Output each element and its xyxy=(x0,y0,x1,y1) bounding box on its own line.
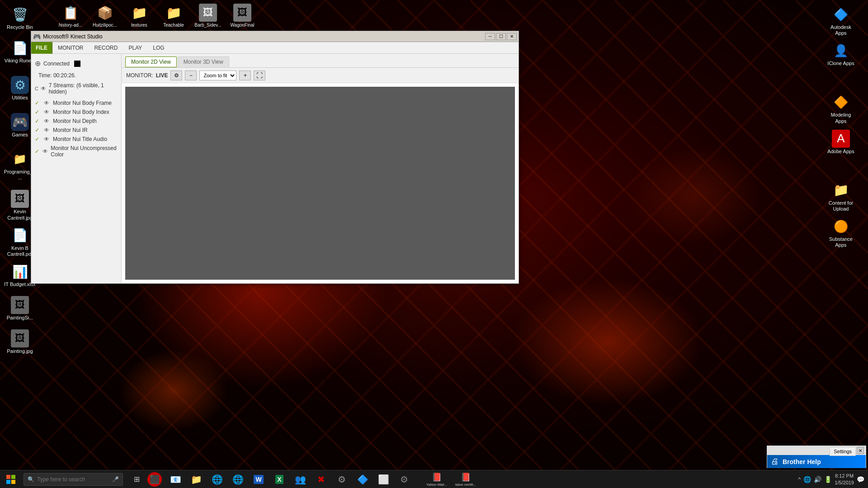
tab-2d-view[interactable]: Monitor 2D View xyxy=(125,56,177,67)
app-a-icon: 👥 xyxy=(295,474,306,485)
menu-monitor[interactable]: MONITOR xyxy=(52,42,89,54)
iclone-icon: 👤 xyxy=(832,42,850,60)
menu-play[interactable]: PLAY xyxy=(123,42,147,54)
pinned-app-c[interactable]: ⚙ xyxy=(332,470,352,488)
desktop-icon-huitzi[interactable]: 📦 Huitzilipoc... xyxy=(89,2,121,31)
stream-item-uncompressed[interactable]: ✓ 👁 Monitor Nui Uncompressed Color xyxy=(31,144,121,159)
streams-c-label: C xyxy=(35,86,38,91)
mail-icon: 📧 xyxy=(170,474,181,485)
taskbar-pinned-apps: 📧 📁 🌐 🌐 W X 👥 ✖ ⚙ xyxy=(165,470,414,488)
search-input[interactable] xyxy=(37,476,105,483)
pinned-app-d[interactable]: 🔷 xyxy=(353,470,373,488)
menu-record[interactable]: RECORD xyxy=(89,42,123,54)
volume-icon[interactable]: 🔊 xyxy=(814,476,821,483)
desktop-icon-content-upload[interactable]: 📁 Content for Upload xyxy=(823,179,859,214)
desktop-icon-textures[interactable]: 📁 textures xyxy=(123,2,156,31)
task-view-button[interactable]: ⊞ xyxy=(127,470,146,488)
brother-help-content[interactable]: 🖨 Brother Help xyxy=(767,455,866,468)
pinned-file-explorer[interactable]: 📁 xyxy=(186,470,206,488)
sensor-icon: ⊕ xyxy=(35,59,41,68)
close-button[interactable]: ✕ xyxy=(507,33,517,40)
menu-log[interactable]: LOG xyxy=(147,42,170,54)
pinned-mail[interactable]: 📧 xyxy=(165,470,185,488)
zoom-in-btn[interactable]: + xyxy=(239,70,251,80)
textures-icon: 📁 xyxy=(130,4,148,22)
taskbar-clock[interactable]: 8:12 PM 1/5/2019 xyxy=(835,473,854,486)
window-content: ⊕ Connected Time: 00:20:26. C 👁 7 Stream… xyxy=(31,54,519,283)
desktop-icon-iclone[interactable]: 👤 IClone Apps xyxy=(823,40,859,71)
tab-3d-view[interactable]: Monitor 3D View xyxy=(178,56,229,67)
games-icon: 🎮 xyxy=(11,113,29,131)
stream-item-depth[interactable]: ✓ 👁 Monitor Nui Depth xyxy=(31,117,121,126)
desktop-icon-painting-jpg[interactable]: 🖼 Painting.jpg xyxy=(2,328,38,359)
pinned-app-b[interactable]: ✖ xyxy=(311,470,331,488)
stream-item-body-index[interactable]: ✓ 👁 Monitor Nui Body Index xyxy=(31,108,121,117)
start-button[interactable] xyxy=(0,470,22,488)
action-center-icon[interactable]: 💬 xyxy=(857,476,864,483)
app-f-icon: ⚙ xyxy=(400,474,408,485)
pinned-ie[interactable]: 🌐 xyxy=(228,470,248,488)
brother-logo-icon: 🖨 xyxy=(771,457,779,466)
pinned-app-f[interactable]: ⚙ xyxy=(394,470,414,488)
check-icon-2: ✓ xyxy=(35,118,40,124)
stream-item-body-frame[interactable]: ✓ 👁 Monitor Nui Body Frame xyxy=(31,99,121,108)
network-icon[interactable]: 🌐 xyxy=(803,476,811,483)
desktop-icon-history[interactable]: 📋 history-ad... xyxy=(54,2,87,31)
desktop-icon-wagon[interactable]: 🖼 WagonFinal xyxy=(226,2,259,31)
window-controls: ─ ☐ ✕ xyxy=(485,33,517,40)
check-icon-1: ✓ xyxy=(35,109,40,115)
eye-icon-4: 👁 xyxy=(43,136,50,142)
desktop-icon-teachable[interactable]: 📁 Teachable xyxy=(157,2,190,31)
monitor-viewport xyxy=(125,87,515,280)
desktop-icon-modeling[interactable]: 🔶 Modeling Apps xyxy=(823,91,859,126)
pinned-chrome[interactable]: 🌐 xyxy=(207,470,227,488)
taskbar-yahoo-mail[interactable]: 📕 Yahoo Mail... xyxy=(423,470,450,488)
pinned-excel[interactable]: X xyxy=(269,470,289,488)
connected-row: ⊕ Connected xyxy=(31,57,121,70)
painting-jpg-label: Painting.jpg xyxy=(7,348,33,354)
settings-toolbar-btn[interactable]: ⚙ xyxy=(170,70,182,80)
brother-settings-button[interactable]: Settings xyxy=(830,447,856,456)
pinned-word[interactable]: W xyxy=(249,470,269,488)
brother-help-close-button[interactable]: ✕ xyxy=(857,447,864,454)
desktop-icon-adobe[interactable]: A Adobe Apps xyxy=(823,128,859,160)
fit-btn[interactable]: ⛶ xyxy=(254,70,265,80)
recycle-bin-label: Recycle Bin xyxy=(7,24,33,30)
minimize-button[interactable]: ─ xyxy=(485,33,495,40)
zoom-select[interactable]: Zoom to fit50%100%200% xyxy=(199,70,236,80)
taskbar-notification-area: ^ 🌐 🔊 🔋 8:12 PM 1/5/2019 💬 xyxy=(798,473,868,486)
monitor-status: LIVE xyxy=(156,72,168,79)
taskbar-labor-cert[interactable]: 📕 labor certifi... xyxy=(452,470,479,488)
pinned-app-e[interactable]: ⬜ xyxy=(373,470,393,488)
streams-eye-icon: 👁 xyxy=(40,85,47,92)
yahoo-mail-label: Yahoo Mail... xyxy=(426,483,447,487)
streams-row: C 👁 7 Streams: (6 visible, 1 hidden) xyxy=(31,81,121,96)
stream-item-ir[interactable]: ✓ 👁 Monitor Nui IR xyxy=(31,126,121,135)
desktop-icon-barb[interactable]: 🖼 Barb_Sidev... xyxy=(192,2,224,31)
ie-icon: 🌐 xyxy=(232,474,244,485)
status-indicator xyxy=(74,61,80,67)
menu-file[interactable]: FILE xyxy=(31,42,52,54)
pinned-app-a[interactable]: 👥 xyxy=(290,470,310,488)
word-icon: W xyxy=(254,475,263,484)
eye-icon-5: 👁 xyxy=(42,148,48,155)
history-icon: 📋 xyxy=(61,4,80,22)
maximize-button[interactable]: ☐ xyxy=(496,33,506,40)
desktop-icon-substance[interactable]: 🟠 Substance Apps xyxy=(823,216,859,250)
window-title: Microsoft® Kinect Studio xyxy=(43,33,485,40)
desktop-icon-painting-si[interactable]: 🖼 PaintingSi... xyxy=(2,294,38,326)
desktop-icon-autodesk[interactable]: 🔷 Autodesk Apps xyxy=(823,4,859,38)
zoom-out-btn[interactable]: − xyxy=(185,70,197,80)
brother-help-header: Settings ✕ xyxy=(767,446,866,455)
explorer-icon: 📁 xyxy=(191,474,202,485)
yahoo-mail-icon: 📕 xyxy=(432,472,442,482)
autodesk-label: Autodesk Apps xyxy=(825,24,857,36)
painting-jpg-icon: 🖼 xyxy=(11,329,29,347)
taskbar-search-box[interactable]: 🔍 🎤 xyxy=(24,473,123,486)
content-upload-label: Content for Upload xyxy=(825,200,857,212)
taskbar-cortana-button[interactable]: ⬛ xyxy=(147,472,162,487)
window-titlebar: 🎮 Microsoft® Kinect Studio ─ ☐ ✕ xyxy=(31,31,519,42)
taskbar-system-icons: ⊞ ⬛ xyxy=(127,470,162,488)
chevron-up-icon[interactable]: ^ xyxy=(798,476,801,483)
stream-item-audio[interactable]: ✓ 👁 Monitor Nui Title Audio xyxy=(31,135,121,144)
